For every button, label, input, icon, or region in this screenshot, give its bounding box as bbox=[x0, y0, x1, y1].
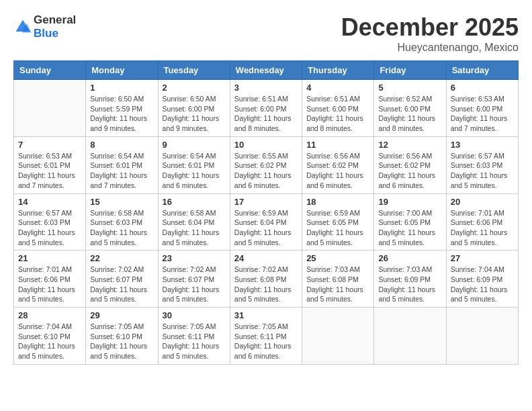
title-block: December 2025 Hueycantenango, Mexico bbox=[341, 13, 519, 54]
day-info: Sunrise: 6:51 AMSunset: 6:00 PMDaylight:… bbox=[234, 94, 298, 134]
calendar-cell: 8Sunrise: 6:54 AMSunset: 6:01 PMDaylight… bbox=[86, 136, 158, 193]
calendar-cell: 3Sunrise: 6:51 AMSunset: 6:00 PMDaylight… bbox=[230, 80, 302, 137]
calendar-cell: 26Sunrise: 7:03 AMSunset: 6:09 PMDayligh… bbox=[374, 250, 446, 308]
day-number: 8 bbox=[90, 140, 153, 150]
day-info: Sunrise: 7:04 AMSunset: 6:10 PMDaylight:… bbox=[18, 322, 81, 361]
day-info: Sunrise: 6:57 AMSunset: 6:03 PMDaylight:… bbox=[451, 151, 514, 191]
calendar-cell: 16Sunrise: 6:58 AMSunset: 6:04 PMDayligh… bbox=[158, 193, 230, 250]
day-number: 26 bbox=[378, 253, 441, 263]
day-info: Sunrise: 7:02 AMSunset: 6:08 PMDaylight:… bbox=[234, 265, 298, 304]
day-number: 16 bbox=[163, 197, 226, 207]
calendar-cell: 24Sunrise: 7:02 AMSunset: 6:08 PMDayligh… bbox=[230, 250, 302, 308]
calendar-cell: 2Sunrise: 6:50 AMSunset: 6:00 PMDaylight… bbox=[158, 80, 230, 137]
calendar-cell: 29Sunrise: 7:05 AMSunset: 6:10 PMDayligh… bbox=[86, 308, 158, 365]
day-number: 2 bbox=[163, 83, 226, 93]
day-number: 7 bbox=[18, 140, 81, 150]
weekday-header-tuesday: Tuesday bbox=[158, 61, 230, 80]
calendar-cell bbox=[14, 80, 86, 137]
day-info: Sunrise: 6:58 AMSunset: 6:04 PMDaylight:… bbox=[163, 208, 226, 248]
weekday-header-sunday: Sunday bbox=[14, 61, 86, 80]
day-number: 20 bbox=[451, 197, 514, 207]
day-info: Sunrise: 6:55 AMSunset: 6:02 PMDaylight:… bbox=[234, 151, 298, 191]
calendar-cell: 19Sunrise: 7:00 AMSunset: 6:05 PMDayligh… bbox=[374, 193, 446, 250]
day-info: Sunrise: 6:56 AMSunset: 6:02 PMDaylight:… bbox=[306, 151, 369, 191]
day-info: Sunrise: 7:03 AMSunset: 6:08 PMDaylight:… bbox=[306, 265, 369, 304]
calendar-cell bbox=[446, 308, 518, 365]
day-number: 5 bbox=[378, 83, 441, 93]
calendar-body: 1Sunrise: 6:50 AMSunset: 5:59 PMDaylight… bbox=[14, 80, 519, 365]
calendar-cell: 1Sunrise: 6:50 AMSunset: 5:59 PMDaylight… bbox=[86, 80, 158, 137]
month-title: December 2025 bbox=[341, 13, 519, 42]
weekday-row: SundayMondayTuesdayWednesdayThursdayFrid… bbox=[14, 61, 519, 80]
day-info: Sunrise: 6:59 AMSunset: 6:05 PMDaylight:… bbox=[306, 208, 369, 248]
day-number: 29 bbox=[90, 310, 153, 320]
calendar-cell bbox=[374, 308, 446, 365]
day-info: Sunrise: 7:02 AMSunset: 6:07 PMDaylight:… bbox=[163, 265, 226, 304]
day-info: Sunrise: 7:05 AMSunset: 6:11 PMDaylight:… bbox=[234, 322, 298, 361]
calendar-cell: 9Sunrise: 6:54 AMSunset: 6:01 PMDaylight… bbox=[158, 136, 230, 193]
day-number: 9 bbox=[163, 140, 226, 150]
day-info: Sunrise: 6:50 AMSunset: 5:59 PMDaylight:… bbox=[90, 94, 153, 134]
week-row-2: 7Sunrise: 6:53 AMSunset: 6:01 PMDaylight… bbox=[14, 136, 519, 193]
calendar-cell: 5Sunrise: 6:52 AMSunset: 6:00 PMDaylight… bbox=[374, 80, 446, 137]
location-title: Hueycantenango, Mexico bbox=[341, 42, 519, 54]
day-number: 27 bbox=[451, 253, 514, 263]
calendar-cell: 6Sunrise: 6:53 AMSunset: 6:00 PMDaylight… bbox=[446, 80, 518, 137]
weekday-header-saturday: Saturday bbox=[446, 61, 518, 80]
day-info: Sunrise: 6:59 AMSunset: 6:04 PMDaylight:… bbox=[234, 208, 298, 248]
calendar-cell: 27Sunrise: 7:04 AMSunset: 6:09 PMDayligh… bbox=[446, 250, 518, 308]
day-number: 18 bbox=[306, 197, 369, 207]
day-number: 6 bbox=[451, 83, 514, 93]
day-number: 22 bbox=[90, 253, 153, 263]
day-number: 13 bbox=[451, 140, 514, 150]
calendar-cell: 21Sunrise: 7:01 AMSunset: 6:06 PMDayligh… bbox=[14, 250, 86, 308]
day-info: Sunrise: 7:04 AMSunset: 6:09 PMDaylight:… bbox=[451, 265, 514, 304]
calendar-cell: 30Sunrise: 7:05 AMSunset: 6:11 PMDayligh… bbox=[158, 308, 230, 365]
day-info: Sunrise: 6:56 AMSunset: 6:02 PMDaylight:… bbox=[378, 151, 441, 191]
week-row-1: 1Sunrise: 6:50 AMSunset: 5:59 PMDaylight… bbox=[14, 80, 519, 137]
day-number: 17 bbox=[234, 197, 298, 207]
logo-line2: Blue bbox=[34, 27, 76, 40]
day-number: 21 bbox=[18, 253, 81, 263]
day-info: Sunrise: 7:02 AMSunset: 6:07 PMDaylight:… bbox=[90, 265, 153, 304]
day-number: 1 bbox=[90, 83, 153, 93]
day-number: 12 bbox=[378, 140, 441, 150]
calendar-cell: 7Sunrise: 6:53 AMSunset: 6:01 PMDaylight… bbox=[14, 136, 86, 193]
day-info: Sunrise: 7:03 AMSunset: 6:09 PMDaylight:… bbox=[378, 265, 441, 304]
calendar-cell: 10Sunrise: 6:55 AMSunset: 6:02 PMDayligh… bbox=[230, 136, 302, 193]
day-number: 30 bbox=[163, 310, 226, 320]
calendar-cell: 17Sunrise: 6:59 AMSunset: 6:04 PMDayligh… bbox=[230, 193, 302, 250]
weekday-header-wednesday: Wednesday bbox=[230, 61, 302, 80]
day-info: Sunrise: 6:58 AMSunset: 6:03 PMDaylight:… bbox=[90, 208, 153, 248]
calendar-cell: 13Sunrise: 6:57 AMSunset: 6:03 PMDayligh… bbox=[446, 136, 518, 193]
logo-icon bbox=[13, 17, 32, 36]
day-number: 4 bbox=[306, 83, 369, 93]
day-info: Sunrise: 7:05 AMSunset: 6:11 PMDaylight:… bbox=[163, 322, 226, 361]
logo-text: General Blue bbox=[34, 13, 76, 40]
weekday-header-friday: Friday bbox=[374, 61, 446, 80]
day-number: 15 bbox=[90, 197, 153, 207]
day-info: Sunrise: 6:53 AMSunset: 6:01 PMDaylight:… bbox=[18, 151, 81, 191]
week-row-3: 14Sunrise: 6:57 AMSunset: 6:03 PMDayligh… bbox=[14, 193, 519, 250]
calendar-cell: 31Sunrise: 7:05 AMSunset: 6:11 PMDayligh… bbox=[230, 308, 302, 365]
day-info: Sunrise: 6:53 AMSunset: 6:00 PMDaylight:… bbox=[451, 94, 514, 134]
calendar-cell: 22Sunrise: 7:02 AMSunset: 6:07 PMDayligh… bbox=[86, 250, 158, 308]
day-info: Sunrise: 7:00 AMSunset: 6:05 PMDaylight:… bbox=[378, 208, 441, 248]
calendar-cell bbox=[302, 308, 374, 365]
day-number: 23 bbox=[163, 253, 226, 263]
weekday-header-monday: Monday bbox=[86, 61, 158, 80]
calendar-header: SundayMondayTuesdayWednesdayThursdayFrid… bbox=[14, 61, 519, 80]
day-number: 19 bbox=[378, 197, 441, 207]
day-info: Sunrise: 7:01 AMSunset: 6:06 PMDaylight:… bbox=[18, 265, 81, 304]
calendar-cell: 14Sunrise: 6:57 AMSunset: 6:03 PMDayligh… bbox=[14, 193, 86, 250]
day-info: Sunrise: 7:05 AMSunset: 6:10 PMDaylight:… bbox=[90, 322, 153, 361]
day-info: Sunrise: 6:52 AMSunset: 6:00 PMDaylight:… bbox=[378, 94, 441, 134]
logo: General Blue bbox=[13, 13, 76, 40]
calendar-table: SundayMondayTuesdayWednesdayThursdayFrid… bbox=[13, 60, 519, 365]
day-number: 11 bbox=[306, 140, 369, 150]
calendar-cell: 23Sunrise: 7:02 AMSunset: 6:07 PMDayligh… bbox=[158, 250, 230, 308]
calendar-cell: 12Sunrise: 6:56 AMSunset: 6:02 PMDayligh… bbox=[374, 136, 446, 193]
day-number: 28 bbox=[18, 310, 81, 320]
day-number: 24 bbox=[234, 253, 298, 263]
calendar-cell: 25Sunrise: 7:03 AMSunset: 6:08 PMDayligh… bbox=[302, 250, 374, 308]
